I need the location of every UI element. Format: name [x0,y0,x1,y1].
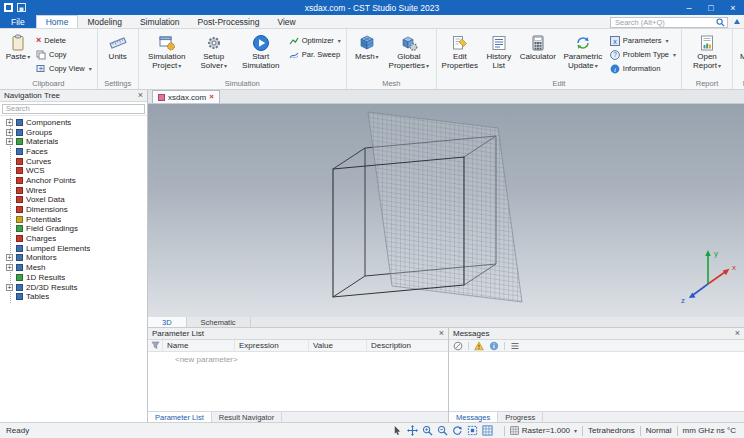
clear-messages-icon[interactable] [453,341,463,351]
tree-item[interactable]: + Components [0,118,147,128]
view-mode-setting[interactable]: Normal [646,426,672,435]
select-cursor-icon[interactable] [392,425,403,436]
tree-item[interactable]: + 1D Results [0,273,147,283]
panel-tab[interactable]: Progress [498,412,543,422]
zoom-out-icon[interactable] [437,425,448,436]
file-menu-button[interactable]: File [0,15,36,28]
save-icon[interactable] [17,3,26,12]
tree-item[interactable]: + Potentials [0,214,147,224]
grid-view-icon[interactable] [482,425,493,436]
messages-body[interactable] [449,352,744,411]
filter-funnel-icon[interactable] [148,340,163,351]
search-input[interactable] [611,18,716,27]
setup-solver-label: Setup Solver [200,52,224,70]
expand-plus-icon[interactable]: + [6,264,13,271]
app-icon[interactable] [4,3,13,12]
tree-item[interactable]: + Dimensions [0,205,147,215]
tree-item[interactable]: + Materials [0,137,147,147]
start-simulation-button[interactable]: Start Simulation [236,31,286,70]
menu-tab[interactable]: Modeling [78,15,131,28]
edit-properties-button[interactable]: Edit Properties [440,31,480,70]
open-report-button[interactable]: Open Report▾ [685,31,729,70]
parameters-button[interactable]: x Parameters ▾ [608,34,678,47]
viewport-3d[interactable]: y x z [148,104,744,317]
units-button[interactable]: Units [101,31,135,62]
units-setting[interactable]: mm GHz ns °C [683,426,736,435]
close-button[interactable]: × [722,0,744,15]
panel-tab[interactable]: Messages [449,412,498,422]
copy-view-button[interactable]: Copy View ▾ [34,62,94,75]
message-list-icon[interactable] [510,341,520,351]
close-icon[interactable]: × [138,91,143,100]
tree-item[interactable]: + Voxel Data [0,195,147,205]
mesh-button[interactable]: Mesh▾ [350,31,384,62]
expand-plus-icon[interactable]: + [6,119,13,126]
panel-tab[interactable]: Parameter List [148,412,212,422]
tree-item[interactable]: + Curves [0,156,147,166]
parametric-update-button[interactable]: Parametric Update▾ [559,31,607,70]
view-tab[interactable]: 3D [148,317,187,327]
menu-tab[interactable]: Post-Processing [189,15,269,28]
tree-item[interactable]: + Charges [0,234,147,244]
paste-button[interactable]: Paste▾ [3,31,33,62]
tree-item[interactable]: + Faces [0,147,147,157]
parameter-list-body[interactable]: <new parameter> [148,352,448,411]
menu-tab[interactable]: View [268,15,304,28]
calculator-button[interactable]: Calculator [518,31,558,62]
column-header[interactable]: Expression [235,340,309,351]
simulation-project-button[interactable]: Simulation Project▾ [142,31,192,70]
tree-item[interactable]: + Field Gradings [0,224,147,234]
setup-solver-button[interactable]: Setup Solver▾ [193,31,235,70]
tree-item[interactable]: + Groups [0,127,147,137]
column-header[interactable]: Name [163,340,235,351]
rotate-view-icon[interactable] [452,425,463,436]
tree-item[interactable]: + Mesh [0,263,147,273]
view-tab[interactable]: Schematic [187,317,251,327]
copy-button[interactable]: Copy [34,48,94,61]
expand-plus-icon[interactable]: + [6,254,13,261]
minimize-button[interactable]: – [678,0,700,15]
global-properties-button[interactable]: Global Properties▾ [385,31,433,70]
close-icon[interactable]: × [439,329,444,338]
information-button[interactable]: i Information [608,62,678,75]
menu-tab[interactable]: Home [36,15,79,28]
menu-tab[interactable]: Simulation [131,15,189,28]
tree-item[interactable]: + Tables [0,292,147,302]
history-list-label: History List [481,53,517,70]
close-icon[interactable]: × [735,329,740,338]
column-header[interactable]: Description [367,340,448,351]
new-parameter-row[interactable]: <new parameter> [148,352,448,364]
tree-search-input[interactable] [2,104,145,114]
zoom-in-icon[interactable] [422,425,433,436]
expand-plus-icon[interactable]: + [6,138,13,145]
delete-button[interactable]: × Delete [34,34,94,47]
tree-item[interactable]: + 2D/3D Results [0,282,147,292]
collapse-ribbon-icon[interactable] [734,19,740,24]
fit-view-icon[interactable] [467,425,478,436]
tree-item[interactable]: + Wires [0,185,147,195]
maximize-button[interactable]: □ [700,0,722,15]
problem-type-button[interactable]: ? Problem Type ▾ [608,48,678,61]
raster-setting[interactable]: Raster=1.000 ▾ [510,426,577,435]
toolbar-separator [468,342,469,350]
parametric-update-icon [574,32,592,53]
tree-item[interactable]: + Lumped Elements [0,243,147,253]
expand-plus-icon[interactable]: + [6,284,13,291]
info-filter-icon[interactable] [489,341,499,351]
project-tab[interactable]: xsdax.com × [152,90,220,103]
par-sweep-button[interactable]: Par. Sweep [287,48,343,61]
panel-tab[interactable]: Result Navigator [212,412,282,422]
pan-icon[interactable] [407,425,418,436]
history-list-button[interactable]: History List [481,31,517,70]
macros-button[interactable]: Macros▾ [736,31,744,62]
expand-plus-icon[interactable]: + [6,129,13,136]
close-tab-icon[interactable]: × [209,93,214,101]
search-icon[interactable] [716,18,725,27]
optimizer-button[interactable]: Optimizer ▾ [287,34,343,47]
mesh-type-setting[interactable]: Tetrahedrons [588,426,635,435]
warning-filter-icon[interactable] [474,341,484,351]
column-header[interactable]: Value [309,340,367,351]
tree-item[interactable]: + Anchor Points [0,176,147,186]
tree-item[interactable]: + Monitors [0,253,147,263]
tree-item[interactable]: + WCS [0,166,147,176]
